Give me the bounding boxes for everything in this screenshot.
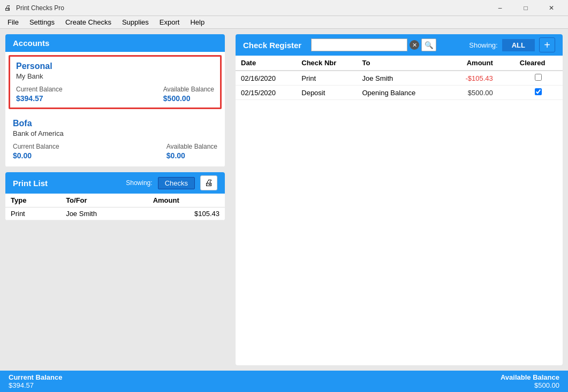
register-cell-date-0: 02/16/2020 [236,71,296,86]
register-row-0[interactable]: 02/16/2020 Print Joe Smith -$105.43 [236,71,563,86]
register-cell-amount-1: $500.00 [442,86,514,100]
showing-group: Showing: ALL + [469,37,555,52]
check-register-section: Check Register ✕ 🔍 Showing: ALL + [236,34,563,365]
print-list-row[interactable]: Print Joe Smith $105.43 [5,207,225,220]
register-cell-cleared-1[interactable] [514,86,563,100]
register-cell-cleared-0[interactable] [514,71,563,86]
title-bar: 🖨 Print Checks Pro – □ ✕ [0,0,568,16]
accounts-section: Accounts Personal My Bank Current Balanc… [5,34,225,167]
register-col-amount: Amount [442,56,514,71]
current-balance-label-personal: Current Balance [16,86,63,93]
available-balance-group-personal: Available Balance $500.00 [163,86,214,103]
register-cell-to-0: Joe Smith [357,71,442,86]
app-icon: 🖨 [4,4,13,12]
window-controls: – □ ✕ [488,0,564,16]
current-balance-value-bofa: $0.00 [13,151,59,160]
minimize-button[interactable]: – [488,0,512,16]
print-icon-button[interactable]: 🖨 [200,175,217,190]
clear-icon: ✕ [412,42,417,49]
cleared-checkbox-1[interactable] [535,88,542,95]
register-title: Check Register [243,41,301,50]
status-right: Available Balance $500.00 [501,373,559,389]
search-icon: 🔍 [425,41,434,49]
register-header: Check Register ✕ 🔍 Showing: ALL + [236,34,563,56]
print-list-cell-amount: $105.43 [148,207,225,220]
current-balance-value-personal: $394.57 [16,94,63,103]
register-col-to: To [357,56,442,71]
account-balances-bofa: Current Balance $0.00 Available Balance … [13,143,217,160]
showing-label: Showing: [469,41,497,49]
account-name-bofa: Bofa [13,119,217,128]
status-left: Current Balance $394.57 [9,373,501,389]
status-available-balance-label: Available Balance [501,373,559,381]
status-current-balance-value: $394.57 [9,381,34,389]
print-list-cell-type: Print [5,207,60,220]
print-list-section: Print List Showing: Checks 🖨 Type To/For… [5,172,225,220]
menu-bar: File Settings Create Checks Supplies Exp… [0,16,568,29]
menu-settings[interactable]: Settings [24,17,60,27]
print-icon: 🖨 [205,178,213,188]
right-panel: Check Register ✕ 🔍 Showing: ALL + [230,29,568,371]
app-title: Print Checks Pro [16,4,488,12]
print-list-showing-label: Showing: [126,179,152,187]
menu-help[interactable]: Help [185,17,210,27]
print-list-col-type: Type [5,194,60,207]
add-button[interactable]: + [539,37,555,52]
print-list-header: Print List Showing: Checks 🖨 [5,172,225,194]
account-item-bofa[interactable]: Bofa Bank of America Current Balance $0.… [5,112,225,167]
status-current-balance-label: Current Balance [9,373,62,381]
register-cell-amount-0: -$105.43 [442,71,514,86]
search-clear-button[interactable]: ✕ [410,40,419,50]
print-list-col-tofor: To/For [60,194,148,207]
print-list-title: Print List [13,179,48,188]
available-balance-group-bofa: Available Balance $0.00 [166,143,217,160]
register-table: Date Check Nbr To Amount Cleared 02/16/2… [236,56,563,100]
cleared-checkbox-0[interactable] [535,74,542,81]
current-balance-group-personal: Current Balance $394.57 [16,86,63,103]
register-col-cleared: Cleared [514,56,563,71]
account-item-personal[interactable]: Personal My Bank Current Balance $394.57… [9,55,222,109]
menu-export[interactable]: Export [154,17,185,27]
current-balance-label-bofa: Current Balance [13,143,59,150]
register-row-1[interactable]: 02/15/2020 Deposit Opening Balance $500.… [236,86,563,100]
register-cell-checknbr-1: Deposit [296,86,357,100]
menu-file[interactable]: File [2,17,24,27]
register-cell-to-1: Opening Balance [357,86,442,100]
checks-button[interactable]: Checks [158,177,195,189]
status-bar: Current Balance $394.57 Available Balanc… [0,371,568,392]
print-list-cell-tofor: Joe Smith [60,207,148,220]
account-bank-bofa: Bank of America [13,129,217,137]
register-cell-date-1: 02/15/2020 [236,86,296,100]
available-balance-value-personal: $500.00 [163,94,214,103]
accounts-header: Accounts [5,34,225,52]
close-button[interactable]: ✕ [539,0,564,16]
search-button[interactable]: 🔍 [421,39,436,51]
register-col-date: Date [236,56,296,71]
search-bar: ✕ 🔍 [311,39,436,51]
print-list-table: Type To/For Amount Print Joe Smith $105.… [5,194,225,220]
status-available-balance-value: $500.00 [534,381,559,389]
main-content: Accounts Personal My Bank Current Balanc… [0,29,568,371]
current-balance-group-bofa: Current Balance $0.00 [13,143,59,160]
account-balances-personal: Current Balance $394.57 Available Balanc… [16,86,214,103]
print-list-col-amount: Amount [148,194,225,207]
menu-create-checks[interactable]: Create Checks [60,17,117,27]
register-cell-checknbr-0: Print [296,71,357,86]
account-name-personal: Personal [16,62,214,71]
all-button[interactable]: ALL [502,39,535,51]
menu-supplies[interactable]: Supplies [117,17,154,27]
available-balance-label-personal: Available Balance [163,86,214,93]
available-balance-value-bofa: $0.00 [166,151,217,160]
maximize-button[interactable]: □ [513,0,538,16]
register-col-check-nbr: Check Nbr [296,56,357,71]
left-panel: Accounts Personal My Bank Current Balanc… [0,29,230,371]
available-balance-label-bofa: Available Balance [166,143,217,150]
account-bank-personal: My Bank [16,72,214,80]
search-input[interactable] [311,39,407,51]
